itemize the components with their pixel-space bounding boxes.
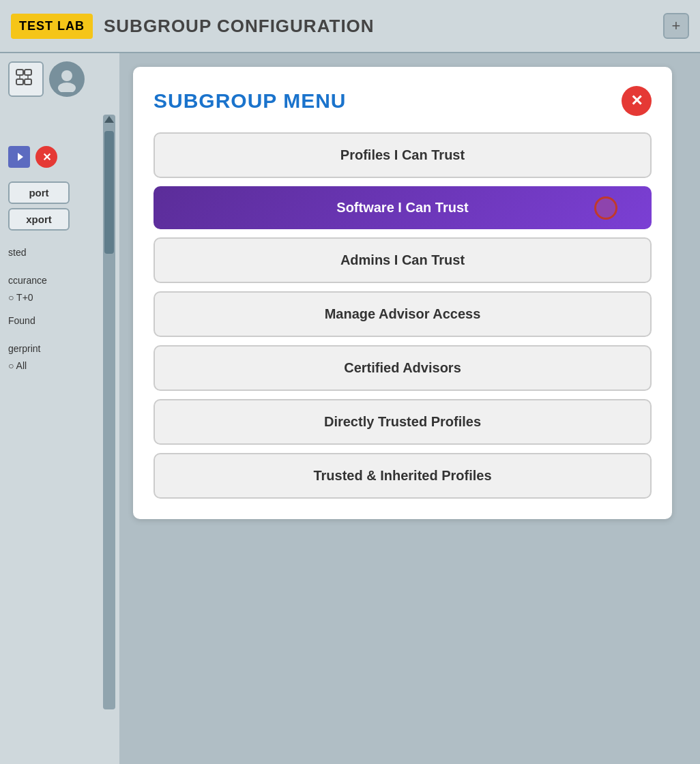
sidebar-scrollbar[interactable] [103,115,115,709]
sidebar-text-block: sted ccurance ○ T+0 Found gerprint ○ All [8,244,111,374]
avatar [49,61,85,97]
trusted-inherited-profiles-button[interactable]: Trusted & Inherited Profiles [154,453,652,499]
sidebar-arrow-button[interactable] [8,146,30,168]
menu-panel-title: SUBGROUP MENU [154,89,346,113]
panel-close-button[interactable]: ✕ [622,86,652,116]
test-lab-badge: TEST LAB [11,14,93,39]
sidebar-text-sted: sted [8,244,111,261]
sidebar-text-found: Found [8,312,111,329]
sidebar-text-all: ○ All [8,357,111,374]
sidebar-text-ccurance: ccurance [8,272,111,289]
menu-panel-header: SUBGROUP MENU ✕ [154,86,652,116]
diagram-icon-box [8,61,44,97]
admins-i-can-trust-button[interactable]: Admins I Can Trust [154,237,652,283]
sidebar-text-t0: ○ T+0 [8,289,111,306]
scroll-arrow-up [104,116,114,123]
menu-buttons: Profiles I Can Trust Software I Can Trus… [154,132,652,499]
svg-point-8 [61,70,72,81]
directly-trusted-profiles-button[interactable]: Directly Trusted Profiles [154,399,652,445]
port-button[interactable]: port [8,181,70,204]
software-i-can-trust-button[interactable]: Software I Can Trust [154,186,652,229]
diagram-icon [15,68,37,90]
svg-rect-3 [25,79,31,85]
add-button[interactable]: + [663,13,689,39]
sidebar-actions-row: ✕ [8,146,111,168]
content-area: SUBGROUP MENU ✕ Profiles I Can Trust Sof… [119,53,700,764]
svg-rect-2 [16,79,23,85]
page-title: SUBGROUP CONFIGURATION [104,16,652,37]
top-bar: TEST LAB SUBGROUP CONFIGURATION + [0,0,700,53]
svg-rect-0 [16,70,23,75]
avatar-icon [54,66,80,92]
sidebar-text-gerprint: gerprint [8,340,111,357]
software-i-can-trust-label: Software I Can Trust [336,200,468,215]
scroll-thumb[interactable] [104,131,114,254]
certified-advisors-button[interactable]: Certified Advisors [154,345,652,391]
main-layout: ✕ port xport sted ccurance ○ T+0 Found g… [0,53,700,764]
profiles-i-can-trust-button[interactable]: Profiles I Can Trust [154,132,652,178]
menu-panel: SUBGROUP MENU ✕ Profiles I Can Trust Sof… [133,67,672,519]
xport-button[interactable]: xport [8,208,70,231]
svg-point-9 [58,83,76,92]
active-indicator-dot [594,196,617,220]
sidebar: ✕ port xport sted ccurance ○ T+0 Found g… [0,53,119,764]
svg-rect-1 [25,70,31,75]
sidebar-icons-row [8,61,111,97]
control-row: port xport [8,181,111,231]
manage-advisor-access-button[interactable]: Manage Advisor Access [154,291,652,337]
close-icon: ✕ [630,92,643,110]
sidebar-close-button[interactable]: ✕ [35,146,57,168]
